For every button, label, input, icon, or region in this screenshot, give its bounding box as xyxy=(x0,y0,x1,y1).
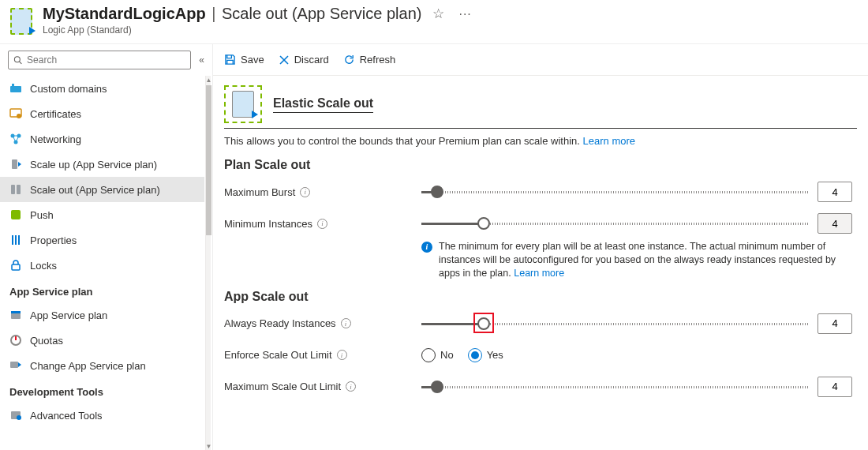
refresh-icon xyxy=(343,54,355,66)
sidebar-item-certificates[interactable]: Certificates xyxy=(0,101,204,126)
sidebar-item-label: Locks xyxy=(30,260,57,272)
row-max-burst: Maximum Burst i xyxy=(224,178,857,205)
always-ready-value[interactable] xyxy=(817,313,852,334)
sidebar-item-push[interactable]: Push xyxy=(0,202,204,227)
svg-rect-2 xyxy=(10,86,21,92)
min-instances-value xyxy=(817,213,852,234)
info-icon[interactable]: i xyxy=(317,219,327,229)
sidebar-scrollbar[interactable]: ▲ ▼ xyxy=(205,76,211,450)
sidebar-item-label: Scale out (App Service plan) xyxy=(30,184,160,196)
svg-rect-16 xyxy=(12,264,20,270)
save-icon xyxy=(224,54,236,66)
network-icon xyxy=(9,133,22,145)
sidebar-scroll-thumb[interactable] xyxy=(206,85,211,235)
discard-button[interactable]: Discard xyxy=(279,54,329,66)
svg-rect-3 xyxy=(12,84,14,86)
min-instances-slider[interactable] xyxy=(421,216,810,231)
info-icon[interactable]: i xyxy=(300,187,310,197)
quotas-icon xyxy=(9,334,22,347)
row-min-instances: Minimum Instances i xyxy=(224,210,857,237)
save-button[interactable]: Save xyxy=(224,54,264,66)
sidebar-item-label: Networking xyxy=(30,133,81,145)
sidebar-item-change-plan[interactable]: Change App Service plan xyxy=(0,353,204,378)
info-icon[interactable]: i xyxy=(341,318,351,328)
sidebar-item-label: Custom domains xyxy=(30,83,107,95)
sidebar-item-label: App Service plan xyxy=(30,309,107,321)
scroll-up-icon[interactable]: ▲ xyxy=(206,76,211,84)
sidebar-item-label: Quotas xyxy=(30,335,63,347)
sidebar-item-label: Properties xyxy=(30,234,77,246)
max-burst-value[interactable] xyxy=(817,182,852,202)
svg-rect-10 xyxy=(11,185,15,194)
tools-icon xyxy=(9,409,22,422)
row-always-ready: Always Ready Instances i xyxy=(224,310,857,337)
sidebar-item-label: Advanced Tools xyxy=(30,410,103,422)
globe-icon xyxy=(9,82,22,95)
sidebar-item-app-service-plan[interactable]: App Service plan xyxy=(0,302,204,328)
sidebar-item-label: Scale up (App Service plan) xyxy=(30,159,157,171)
min-instances-label: Minimum Instances xyxy=(224,218,312,230)
lock-icon xyxy=(9,259,22,272)
sidebar-item-label: Push xyxy=(30,209,54,221)
sidebar-search[interactable] xyxy=(8,51,191,69)
main-pane: Save Discard Refresh Elastic Scale out T… xyxy=(213,44,868,450)
app-service-plan-icon xyxy=(9,309,22,321)
svg-rect-15 xyxy=(18,235,20,245)
always-ready-slider[interactable] xyxy=(421,317,810,331)
info-icon[interactable]: i xyxy=(337,350,347,360)
sidebar-group-dev-tools: Development Tools xyxy=(0,378,204,403)
sidebar-group-app-service-plan: App Service plan xyxy=(0,278,204,302)
enforce-no-radio[interactable]: No xyxy=(421,348,454,362)
more-actions-icon[interactable]: ··· xyxy=(458,7,471,21)
enforce-limit-label: Enforce Scale Out Limit xyxy=(224,349,332,361)
scale-up-icon xyxy=(9,158,22,171)
max-scale-out-slider[interactable] xyxy=(421,380,810,394)
info-bubble-icon: i xyxy=(421,242,432,253)
note-learn-more-link[interactable]: Learn more xyxy=(514,268,564,279)
sidebar-search-input[interactable] xyxy=(27,54,185,66)
learn-more-link[interactable]: Learn more xyxy=(583,135,635,147)
section-heading: Elastic Scale out xyxy=(273,96,373,113)
app-scale-out-heading: App Scale out xyxy=(224,290,857,304)
sidebar-item-locks[interactable]: Locks xyxy=(0,253,204,278)
sidebar-item-properties[interactable]: Properties xyxy=(0,227,204,253)
row-max-scale-out: Maximum Scale Out Limit i xyxy=(224,373,857,400)
always-ready-label: Always Ready Instances xyxy=(224,317,336,329)
svg-rect-9 xyxy=(12,159,17,169)
toolbar: Save Discard Refresh xyxy=(213,44,868,76)
section-description: This allows you to control the bounds th… xyxy=(224,135,857,147)
sidebar-item-label: Certificates xyxy=(30,108,81,120)
svg-rect-13 xyxy=(12,235,13,245)
sidebar-item-advanced-tools[interactable]: Advanced Tools xyxy=(0,403,204,428)
collapse-sidebar-icon[interactable]: « xyxy=(199,54,204,66)
min-instances-note: i The minimum for every plan will be at … xyxy=(421,240,857,280)
sidebar-item-networking[interactable]: Networking xyxy=(0,126,204,152)
svg-rect-12 xyxy=(11,210,21,219)
sidebar: « Custom domains Certificates Networking xyxy=(0,44,213,450)
svg-rect-14 xyxy=(15,235,17,245)
swap-icon xyxy=(9,359,22,372)
scale-out-icon xyxy=(9,183,22,196)
sidebar-item-scale-out[interactable]: Scale out (App Service plan) xyxy=(0,177,204,202)
max-burst-slider[interactable] xyxy=(421,185,810,199)
nav-list: Custom domains Certificates Networking S… xyxy=(0,76,204,450)
max-burst-label: Maximum Burst xyxy=(224,186,295,198)
discard-icon xyxy=(279,54,290,66)
sidebar-item-custom-domains[interactable]: Custom domains xyxy=(0,76,204,101)
page-header: MyStandardLogicApp | Scale out (App Serv… xyxy=(0,0,868,44)
svg-point-22 xyxy=(17,415,21,420)
scroll-down-icon[interactable]: ▼ xyxy=(206,442,211,450)
svg-line-1 xyxy=(20,62,22,64)
logic-app-icon xyxy=(8,6,35,36)
plan-scale-out-heading: Plan Scale out xyxy=(224,158,857,172)
info-icon[interactable]: i xyxy=(346,381,356,392)
svg-rect-11 xyxy=(17,185,21,194)
sidebar-item-scale-up[interactable]: Scale up (App Service plan) xyxy=(0,152,204,177)
page-subtitle: Logic App (Standard) xyxy=(43,24,472,36)
enforce-yes-radio[interactable]: Yes xyxy=(468,348,503,362)
sidebar-item-quotas[interactable]: Quotas xyxy=(0,328,204,353)
favorite-star-icon[interactable]: ☆ xyxy=(432,6,444,22)
max-scale-out-value[interactable] xyxy=(817,377,852,397)
refresh-button[interactable]: Refresh xyxy=(343,54,396,66)
svg-rect-18 xyxy=(11,311,21,313)
